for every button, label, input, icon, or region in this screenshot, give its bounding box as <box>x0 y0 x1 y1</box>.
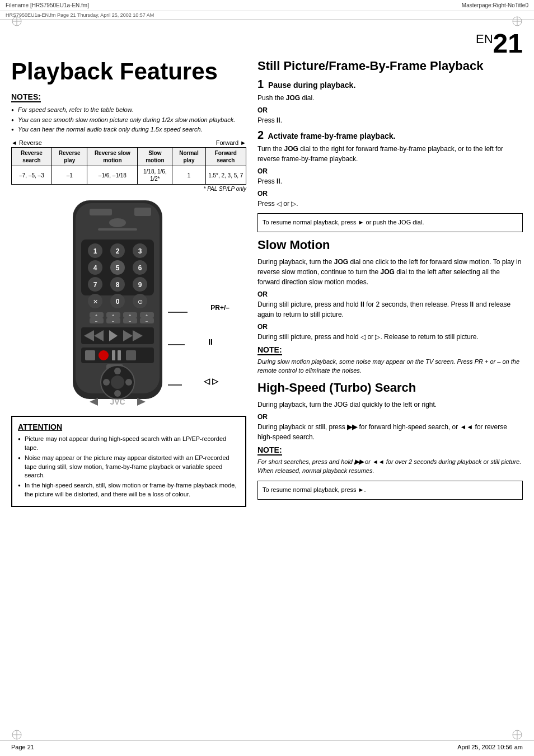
svg-text:+: + <box>112 313 114 317</box>
attention-heading: ATTENTION <box>18 422 240 431</box>
svg-text:0: 0 <box>116 298 120 306</box>
high-speed-resume-box: To resume normal playback, press ►. <box>257 481 523 499</box>
cell-5: 1.5*, 2, 3, 5, 7 <box>205 166 246 185</box>
col-header-4: Normal play <box>172 148 205 166</box>
attention-item-1: Picture may not appear during high-speed… <box>18 435 240 452</box>
filename-label: Filename [HRS7950EU1a-EN.fm] <box>6 2 89 8</box>
col-header-0: Reverse search <box>12 148 52 166</box>
svg-rect-70 <box>126 350 136 360</box>
svg-text:5: 5 <box>116 264 120 272</box>
remote-pr-label: PR+/– <box>210 304 229 312</box>
attention-item-3: In the high-speed search, still, slow mo… <box>18 481 240 499</box>
step1-body1: Push the JOG dial. <box>257 93 523 103</box>
col-header-1: Reverse play <box>51 148 87 166</box>
svg-text:7: 7 <box>93 281 97 289</box>
cell-0: –7, –5, –3 <box>12 166 52 185</box>
slow-motion-or1: OR <box>257 290 523 298</box>
step1-number: 1 <box>257 78 264 90</box>
corner-mark-tl <box>11 16 22 27</box>
attention-list: Picture may not appear during high-speed… <box>18 435 240 499</box>
notes-item-1: For speed search, refer to the table bel… <box>11 106 246 114</box>
svg-text:JVC: JVC <box>110 397 125 406</box>
svg-point-67 <box>99 350 109 360</box>
step1-heading: 1 Pause during playback. <box>257 78 523 91</box>
slow-motion-body3: During still picture, press and hold ◁ o… <box>257 332 523 342</box>
remote-svg: 1 2 3 4 5 6 7 8 <box>56 198 179 410</box>
svg-rect-14 <box>90 209 112 215</box>
slow-motion-note-heading: NOTE: <box>257 345 282 355</box>
speed-table: Reverse search Reverse play Reverse slow… <box>11 147 246 185</box>
step2-body3: Press ◁ or ▷. <box>257 199 523 209</box>
footer: Page 21 April 25, 2002 10:56 am <box>0 740 534 750</box>
slow-motion-section: Slow Motion During playback, turn the JO… <box>257 238 523 375</box>
svg-text:–: – <box>95 319 97 323</box>
notes-item-2: You can see smooth slow motion picture o… <box>11 116 246 124</box>
high-speed-body2: During playback or still, press ▶▶ for f… <box>257 422 523 442</box>
svg-text:1: 1 <box>93 247 97 255</box>
attention-box: ATTENTION Picture may not appear during … <box>11 416 246 507</box>
arrow-right-label: Forward <box>216 139 246 146</box>
slow-motion-title: Slow Motion <box>257 238 523 252</box>
page-num-value: 21 <box>493 29 523 58</box>
step1-body2: Press II. <box>257 115 523 125</box>
svg-point-74 <box>114 390 121 397</box>
svg-text:–: – <box>146 319 148 323</box>
attention-item-2: Noise may appear or the picture may appe… <box>18 454 240 480</box>
cell-4: 1 <box>172 166 205 185</box>
svg-point-73 <box>114 368 121 374</box>
step1-heading-text: Pause during playback. <box>268 81 355 90</box>
svg-point-75 <box>103 379 110 386</box>
remote-svg-container: 1 2 3 4 5 6 7 8 <box>56 198 202 410</box>
corner-mark-bl <box>11 729 22 740</box>
slow-motion-or2: OR <box>257 323 523 331</box>
page-title: Playback Features <box>11 59 246 84</box>
high-speed-body1: During playback, turn the JOG dial quick… <box>257 400 523 410</box>
svg-text:✕: ✕ <box>93 298 98 305</box>
svg-marker-78 <box>90 398 98 406</box>
step2-heading: 2 Activate frame-by-frame playback. <box>257 129 523 142</box>
slow-motion-body1: During playback, turn the JOG dial one c… <box>257 257 523 287</box>
step2-number: 2 <box>257 129 264 141</box>
notes-heading: NOTES: <box>11 92 41 102</box>
slow-motion-note-text: During slow motion playback, some noise … <box>257 358 523 375</box>
resume-box-text: To resume normal playback, press ► or pu… <box>263 219 424 226</box>
step1-or1: OR <box>257 106 523 114</box>
remote-arrows-label: ◁ ▷ <box>204 377 218 386</box>
high-speed-note-heading: NOTE: <box>257 445 282 456</box>
col-header-2: Reverse slow motion <box>87 148 138 166</box>
remote-wrapper: 1 2 3 4 5 6 7 8 <box>11 198 246 410</box>
arrow-left-label: Reverse <box>11 139 42 146</box>
high-speed-title: High-Speed (Turbo) Search <box>257 381 523 395</box>
speed-arrows: Reverse Forward <box>11 139 246 146</box>
svg-rect-15 <box>134 208 151 216</box>
subline-label: HRS7950EU1a-EN.fm Page 21 Thursday, Apri… <box>6 12 154 18</box>
svg-text:8: 8 <box>116 281 120 289</box>
svg-text:+: + <box>95 313 97 317</box>
cell-2: –1/6, –1/18 <box>87 166 138 185</box>
slow-motion-body2: During still picture, press and hold II … <box>257 299 523 320</box>
en-label: EN <box>476 32 493 46</box>
footer-right: April 25, 2002 10:56 am <box>457 744 523 750</box>
left-column: Playback Features NOTES: For speed searc… <box>11 59 246 507</box>
corner-mark-tr <box>512 16 523 27</box>
svg-marker-79 <box>137 398 146 406</box>
svg-rect-66 <box>85 350 95 360</box>
notes-list: For speed search, refer to the table bel… <box>11 106 246 134</box>
svg-text:–: – <box>112 319 114 323</box>
step2-or2: OR <box>257 190 523 198</box>
high-speed-section: High-Speed (Turbo) Search During playbac… <box>257 381 523 500</box>
cell-3: 1/18, 1/6, 1/2* <box>138 166 172 185</box>
svg-text:+: + <box>146 313 148 317</box>
header-bar: Filename [HRS7950EU1a-EN.fm] Masterpage:… <box>0 0 534 11</box>
svg-rect-68 <box>112 350 115 360</box>
svg-rect-69 <box>118 350 121 360</box>
step2-or1: OR <box>257 167 523 175</box>
page-number-top: EN21 <box>476 28 523 59</box>
step2-body: Turn the JOG dial to the right for forwa… <box>257 144 523 164</box>
svg-text:4: 4 <box>93 264 97 272</box>
masterpage-label: Masterpage:Right-NoTitle0 <box>462 2 528 8</box>
step2-body2: Press II. <box>257 176 523 186</box>
svg-rect-17 <box>98 228 137 231</box>
high-speed-or1: OR <box>257 413 523 421</box>
pal-note: * PAL SP/LP only <box>11 186 246 192</box>
